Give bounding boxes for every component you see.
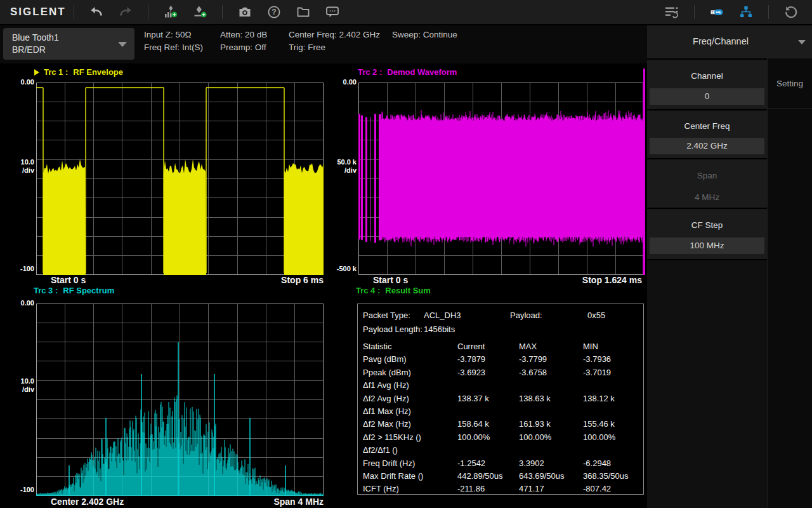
screenshot-button[interactable]	[237, 4, 253, 20]
trc2-ref-level: 0.00	[322, 78, 357, 86]
trc3-scale-div: 10.0	[0, 377, 34, 385]
chevron-down-icon	[798, 40, 806, 44]
help-icon: ?	[266, 4, 282, 20]
sidebar-tab-strip: Setting	[767, 58, 812, 508]
menu-title-dropdown[interactable]: Freq/Channel	[647, 25, 812, 58]
statistic-row: Δf2 Max (Hz)158.64 k161.93 k155.46 k	[363, 418, 643, 431]
toolbar-separator	[222, 5, 223, 19]
trc1-bottom-level: -100	[0, 265, 34, 272]
channel-value[interactable]: 0	[650, 88, 764, 105]
trc1-stop-label: Stop 6 ms	[241, 275, 324, 285]
softkey-channel[interactable]: Channel 0	[647, 60, 767, 109]
statistic-rows: Pavg (dBm)-3.7879-3.7799-3.7936Ppeak (dB…	[363, 353, 643, 495]
trc2-title: Trc 2 :Demod Waveform	[358, 67, 457, 77]
help-button[interactable]: ?	[266, 4, 282, 20]
svg-text:?: ?	[272, 8, 276, 17]
toolbar-separator	[148, 5, 148, 19]
softkey-span: Span 4 MHz	[647, 159, 767, 208]
trc2-stop-label: Stop 1.624 ms	[540, 275, 642, 285]
statistic-row: ICFT (Hz)-211.86471.17-807.42	[363, 483, 643, 495]
trc3-rf-spectrum-plot	[36, 304, 324, 496]
usb-icon	[709, 4, 724, 20]
span-label: Span	[647, 159, 767, 180]
trc1-scale-div: 10.0	[0, 158, 34, 166]
toolbar-separator	[694, 5, 695, 19]
atten-value: Atten: 20 dB	[220, 30, 267, 39]
softkey-cf-step[interactable]: CF Step 100 MHz	[647, 209, 767, 259]
center-freq-value[interactable]: 2.402 GHz	[650, 138, 764, 154]
trc3-ref-level: 0.00	[0, 299, 34, 307]
payload-length-row: Payload Length: 1456bits	[363, 323, 643, 337]
measurement-mode-dropdown[interactable]: Blue Tooth1 BR/EDR	[3, 28, 134, 60]
active-trace-icon	[34, 69, 39, 76]
trc1-rf-envelope-plot	[36, 83, 324, 275]
add-marker-icon	[192, 4, 207, 20]
lan-status-button[interactable]	[738, 4, 754, 20]
preset-restore-button[interactable]	[783, 4, 799, 20]
trig-value: Trig: Free	[289, 43, 325, 52]
brand-logo: SIGLENT	[10, 6, 66, 18]
mode-name: Blue Tooth1	[12, 32, 59, 43]
camera-icon	[237, 4, 252, 20]
statistic-row: Δf2/Δf1 ()	[363, 444, 643, 457]
center-freq-label: Center Freq	[647, 110, 767, 131]
history-icon	[783, 4, 799, 20]
toolbar: SIGLENT	[0, 0, 812, 25]
statistic-row: Δf1 Avg (Hz)	[363, 379, 643, 392]
trc2-demod-waveform-plot	[358, 83, 645, 275]
mode-standard: BR/EDR	[12, 44, 46, 55]
add-trace-button[interactable]	[162, 4, 179, 20]
span-value: 4 MHz	[650, 189, 764, 206]
statistic-row: Freq Drift (Hz)-1.25423.3902-6.2948	[363, 457, 643, 470]
list-sync-icon	[664, 4, 679, 20]
trc2-bottom-level: -500 k	[320, 265, 357, 272]
trc2-scale-unit: /div	[322, 166, 357, 174]
message-button[interactable]	[324, 4, 341, 20]
trc1-ref-level: 0.00	[0, 78, 34, 86]
preamp-value: Preamp: Off	[220, 43, 266, 52]
toolbar-separator	[74, 5, 74, 19]
trc3-center-label: Center 2.402 GHz	[51, 497, 124, 507]
chat-icon	[325, 4, 340, 20]
trc3-bottom-level: -100	[0, 486, 34, 493]
trc3-title: Trc 3 :RF Spectrum	[34, 286, 114, 295]
file-button[interactable]	[295, 4, 311, 20]
menu-title: Freq/Channel	[647, 36, 794, 46]
trc3-span-label: Span 4 MHz	[241, 497, 324, 507]
input-z-value: Input Z: 50Ω	[144, 30, 192, 39]
statistic-row: Max Drift Rate ()442.89/50us643.69/50us3…	[363, 470, 643, 483]
result-sum-table: Packet Type: ACL_DH3 Payload: 0x55 Paylo…	[357, 304, 644, 495]
trc1-title: Trc 1 :RF Envelope	[44, 67, 123, 77]
statistic-row: Δf2 Avg (Hz)138.37 k138.63 k138.12 k	[363, 392, 643, 405]
tab-setting[interactable]: Setting	[768, 58, 812, 109]
statistic-row: Ppeak (dBm)-3.6923-3.6758-3.7019	[363, 366, 643, 379]
task-list-button[interactable]	[664, 4, 680, 20]
statistic-row: Δf1 Max (Hz)	[363, 405, 643, 418]
packet-type-row: Packet Type: ACL_DH3 Payload: 0x55	[363, 309, 643, 323]
trc4-title: Trc 4 :Result Sum	[356, 286, 431, 295]
undo-icon	[89, 4, 104, 20]
cf-step-value[interactable]: 100 MHz	[650, 237, 764, 254]
sweep-value: Sweep: Continue	[392, 30, 457, 39]
statistic-row: Δf2 > 115KHz ()100.00%100.00%100.00%	[363, 431, 643, 444]
trc1-scale-unit: /div	[0, 166, 34, 174]
redo-icon	[118, 4, 133, 20]
add-trace-icon	[163, 4, 178, 20]
usb-status-button[interactable]	[709, 4, 725, 20]
freq-ref-value: Freq Ref: Int(S)	[144, 43, 203, 52]
add-marker-button[interactable]	[192, 4, 208, 20]
trc2-right-marker-line	[643, 69, 645, 275]
cf-step-label: CF Step	[647, 209, 767, 230]
chevron-down-icon	[118, 42, 127, 47]
softkey-center-freq[interactable]: Center Freq 2.402 GHz	[647, 110, 767, 158]
undo-button[interactable]	[88, 4, 105, 20]
lan-icon	[738, 4, 754, 20]
statistic-row: Pavg (dBm)-3.7879-3.7799-3.7936	[363, 353, 643, 366]
redo-button[interactable]	[117, 4, 134, 20]
status-bar: Blue Tooth1 BR/EDR Input Z: 50Ω Freq Ref…	[0, 25, 647, 64]
statistic-header-row: Statistic Current MAX MIN	[363, 340, 643, 353]
trc1-start-label: Start 0 s	[51, 275, 86, 285]
folder-icon	[296, 4, 311, 20]
channel-label: Channel	[647, 60, 767, 81]
center-freq-value: Center Freq: 2.402 GHz	[289, 30, 380, 39]
